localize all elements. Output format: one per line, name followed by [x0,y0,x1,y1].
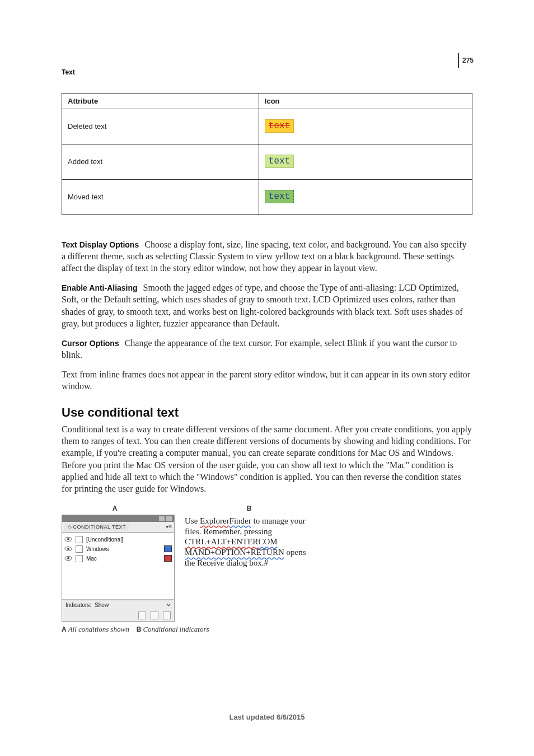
added-text-swatch: text [265,155,294,168]
table-row: Added text text [62,144,472,180]
attr-label: Deleted text [62,109,259,144]
conditional-text-panel: ◇CONDITIONAL TEXT ▾≡ [Unconditional] [62,515,175,622]
condition-name: Windows [86,546,161,552]
condition-row-unconditional[interactable]: [Unconditional] [64,535,172,544]
condition-checkbox[interactable] [76,536,83,543]
condition-color-swatch [164,545,172,552]
visibility-toggle-icon[interactable] [64,546,72,552]
table-row: Deleted text text [62,109,472,144]
heading-use-conditional-text: Use conditional text [62,405,472,420]
condition-name: Mac [86,556,161,562]
sample-text-windows: Explorer [200,516,229,525]
attr-icon-cell: text [259,109,472,144]
caption-key-a: A [62,626,67,633]
panel-header [62,515,174,522]
runin-heading: Text Display Options [62,240,139,249]
condition-color-swatch [164,555,172,562]
attr-icon-cell: text [259,144,472,180]
sample-text-mac: COM [258,537,277,546]
figure-caption: AAll conditions shown BConditional indic… [62,625,330,634]
visibility-toggle-icon[interactable] [64,556,72,561]
paragraph-cursor-options: Cursor Options Change the appearance of … [62,337,472,361]
condition-checkbox[interactable] [76,555,83,562]
conditional-sample-text: Use ExplorerFinder to manage your files.… [185,515,316,568]
paragraph-text: Change the appearance of the text cursor… [62,338,457,360]
paragraph-inline-frames-note: Text from inline frames does not appear … [62,368,472,392]
caption-text-b: Conditional indicators [143,625,209,633]
panel-collapse-icon[interactable] [159,516,165,521]
conditions-list: [Unconditional] Windows [62,533,174,600]
indicators-dropdown[interactable]: Show [95,602,109,608]
table-header-icon: Icon [259,94,472,109]
page-number: 275 [462,57,474,64]
runin-heading: Enable Anti-Aliasing [62,283,138,292]
moved-text-swatch: text [265,190,294,203]
sample-text-mac: Finder [229,516,251,525]
page-number-rule [458,53,459,68]
runin-heading: Cursor Options [62,339,119,348]
svg-point-3 [67,548,69,550]
sample-text: to manage [251,516,288,525]
chevron-down-icon[interactable] [166,603,171,607]
paragraph-enable-anti-aliasing: Enable Anti-Aliasing Smooth the jagged e… [62,282,472,329]
figure-label-b: B [168,505,330,512]
sample-text-windows: CTRL+ALT+ENTER [185,537,258,546]
page-footer: Last updated 6/6/2015 [0,713,534,721]
paragraph-text-display-options: Text Display Options Choose a display fo… [62,239,472,274]
sample-text-mac: MAND+OPTION+RETURN [185,548,284,557]
svg-point-5 [67,557,69,559]
attribute-icon-table: Attribute Icon Deleted text text Added t… [62,93,472,215]
panel-title: ◇CONDITIONAL TEXT [64,523,129,531]
panel-close-icon[interactable] [166,516,172,521]
delete-condition-icon[interactable] [163,612,171,619]
attr-label: Moved text [62,180,259,215]
caption-key-b: B [137,626,142,633]
panel-footer-icons [62,610,174,621]
svg-point-1 [67,538,69,540]
panel-menu-icon[interactable]: ▾≡ [166,524,172,530]
caption-text-a: All conditions shown [68,625,129,633]
page-number-block: 275 [458,53,474,68]
condition-checkbox[interactable] [76,545,83,553]
visibility-toggle-icon[interactable] [64,536,72,542]
figure-conditional-text: A B ◇CONDITIONAL TEXT ▾≡ [62,505,330,634]
table-header-attribute: Attribute [62,94,259,109]
table-row: Moved text text [62,180,472,215]
condition-row-windows[interactable]: Windows [64,544,172,554]
figure-label-a: A [62,505,168,512]
sample-text: Use [185,516,200,525]
indicators-row: Indicators: Show [62,600,174,610]
paragraph-conditional-text-intro: Conditional text is a way to create diff… [62,423,472,494]
deleted-text-swatch: text [265,119,294,133]
condition-name: [Unconditional] [86,536,161,543]
attr-label: Added text [62,144,259,180]
new-condition-set-icon[interactable] [138,612,146,619]
section-eyebrow: Text [62,68,472,76]
indicators-label: Indicators: [65,602,91,608]
new-condition-icon[interactable] [151,612,158,619]
attr-icon-cell: text [259,180,472,215]
condition-row-mac[interactable]: Mac [64,554,172,563]
